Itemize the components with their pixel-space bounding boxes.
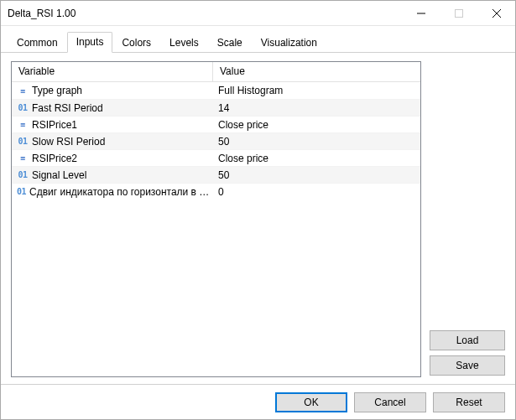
variable-name: Сдвиг индикатора по горизонтали в … xyxy=(29,186,209,198)
tab-label: Common xyxy=(17,37,58,49)
tab-label: Inputs xyxy=(76,36,104,48)
tab-levels[interactable]: Levels xyxy=(160,33,208,53)
integer-type-icon: 01 xyxy=(17,137,29,146)
tab-label: Colors xyxy=(122,37,151,49)
tab-scale[interactable]: Scale xyxy=(208,33,252,53)
value-cell[interactable]: Full Histogram xyxy=(213,85,420,96)
variable-cell: 01Slow RSI Period xyxy=(12,136,213,148)
variable-cell: ≡RSIPrice2 xyxy=(12,153,213,164)
variable-cell: ≡Type graph xyxy=(12,85,213,96)
cancel-button[interactable]: Cancel xyxy=(354,392,426,412)
enum-type-icon: ≡ xyxy=(17,153,29,163)
tab-visualization[interactable]: Visualization xyxy=(252,33,326,53)
tab-label: Visualization xyxy=(261,37,317,49)
integer-type-icon: 01 xyxy=(17,187,26,196)
table-row[interactable]: ≡Type graphFull Histogram xyxy=(12,82,420,99)
grid-body: ≡Type graphFull Histogram01Fast RSI Peri… xyxy=(12,82,420,376)
value-cell[interactable]: 50 xyxy=(213,136,420,148)
table-row[interactable]: 01Fast RSI Period14 xyxy=(12,99,420,116)
side-buttons: Load Save xyxy=(430,61,505,377)
integer-type-icon: 01 xyxy=(17,170,29,179)
client-area: Variable Value ≡Type graphFull Histogram… xyxy=(1,53,515,384)
footer: OK Cancel Reset xyxy=(1,384,515,419)
integer-type-icon: 01 xyxy=(17,103,29,112)
variable-name: Signal Level xyxy=(32,169,86,181)
reset-button[interactable]: Reset xyxy=(433,392,505,412)
save-button[interactable]: Save xyxy=(430,355,505,376)
column-header-value[interactable]: Value xyxy=(213,62,420,81)
table-row[interactable]: ≡RSIPrice2Close price xyxy=(12,149,420,166)
minimize-button[interactable] xyxy=(402,1,440,25)
enum-type-icon: ≡ xyxy=(17,86,29,96)
window-controls xyxy=(402,1,515,25)
value-cell[interactable]: Close price xyxy=(213,119,420,131)
value-cell[interactable]: 50 xyxy=(213,169,420,181)
value-cell[interactable]: 14 xyxy=(213,102,420,114)
variable-name: Fast RSI Period xyxy=(32,102,103,114)
titlebar: Delta_RSI 1.00 xyxy=(1,1,515,26)
value-cell[interactable]: 0 xyxy=(213,186,420,198)
value-cell[interactable]: Close price xyxy=(213,153,420,164)
tab-label: Levels xyxy=(169,37,199,49)
window-title: Delta_RSI 1.00 xyxy=(8,8,402,19)
inputs-grid: Variable Value ≡Type graphFull Histogram… xyxy=(11,61,421,377)
ok-button[interactable]: OK xyxy=(275,392,347,412)
table-row[interactable]: ≡RSIPrice1Close price xyxy=(12,116,420,132)
svg-rect-1 xyxy=(455,9,462,17)
variable-cell: 01Signal Level xyxy=(12,169,213,181)
variable-name: Type graph xyxy=(32,85,82,96)
tab-inputs[interactable]: Inputs xyxy=(67,32,113,53)
load-button[interactable]: Load xyxy=(430,330,505,350)
table-row[interactable]: 01Slow RSI Period50 xyxy=(12,132,420,149)
button-label: Save xyxy=(456,360,478,371)
tabstrip: Common Inputs Colors Levels Scale Visual… xyxy=(1,26,515,53)
maximize-button xyxy=(440,1,477,25)
column-header-variable[interactable]: Variable xyxy=(12,62,213,81)
button-label: OK xyxy=(304,397,318,408)
button-label: Cancel xyxy=(374,397,405,408)
dialog-window: Delta_RSI 1.00 Common Inputs Colors Leve… xyxy=(0,0,516,420)
svg-line-3 xyxy=(493,9,501,18)
variable-cell: 01Fast RSI Period xyxy=(12,102,213,114)
table-row[interactable]: 01Сдвиг индикатора по горизонтали в …0 xyxy=(12,183,420,200)
variable-name: RSIPrice2 xyxy=(32,153,77,164)
enum-type-icon: ≡ xyxy=(17,120,29,129)
button-label: Reset xyxy=(456,397,482,408)
tab-common[interactable]: Common xyxy=(8,33,67,53)
button-label: Load xyxy=(456,334,479,346)
tab-colors[interactable]: Colors xyxy=(112,33,160,53)
variable-cell: 01Сдвиг индикатора по горизонтали в … xyxy=(12,186,213,198)
svg-line-2 xyxy=(493,9,501,18)
variable-name: Slow RSI Period xyxy=(32,136,105,148)
grid-header: Variable Value xyxy=(12,62,420,82)
variable-name: RSIPrice1 xyxy=(32,119,77,131)
table-row[interactable]: 01Signal Level50 xyxy=(12,166,420,183)
tab-label: Scale xyxy=(217,37,242,49)
variable-cell: ≡RSIPrice1 xyxy=(12,119,213,131)
close-button[interactable] xyxy=(477,1,515,25)
